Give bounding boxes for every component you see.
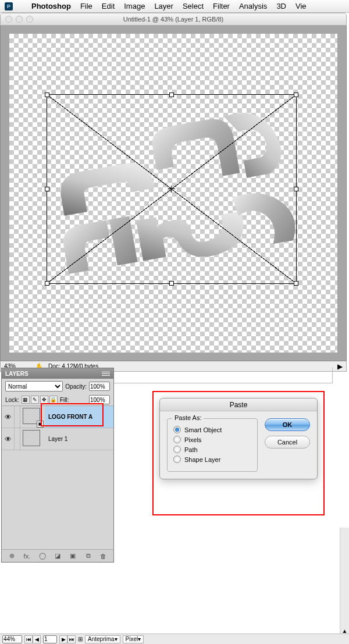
- page-nav: ⏮ ◀: [24, 635, 41, 643]
- canvas[interactable]: [9, 34, 337, 353]
- lock-transparency-icon[interactable]: ▦: [22, 396, 30, 404]
- paste-dialog: Paste Paste As: Smart Object Pixels Path: [159, 398, 318, 479]
- link-cell[interactable]: [15, 406, 20, 428]
- transform-handle[interactable]: [169, 92, 174, 97]
- lock-all-icon[interactable]: 🔒: [49, 396, 58, 404]
- transform-handle[interactable]: [45, 281, 49, 286]
- transform-handle[interactable]: [169, 281, 174, 286]
- lock-label: Lock:: [5, 397, 19, 403]
- visibility-eye-icon[interactable]: 👁: [2, 428, 15, 450]
- ps-app-icon: P: [5, 2, 13, 10]
- ok-button[interactable]: OK: [265, 418, 310, 431]
- adjustment-layer-icon[interactable]: ◪: [52, 552, 63, 560]
- radio-icon[interactable]: [173, 426, 181, 433]
- radio-icon[interactable]: [173, 436, 181, 443]
- transform-handle[interactable]: [45, 187, 49, 191]
- trash-icon[interactable]: 🗑: [98, 553, 109, 560]
- layer-thumbnail[interactable]: [23, 430, 40, 446]
- panel-menu-icon[interactable]: [102, 372, 110, 376]
- menu-layer[interactable]: Layer: [154, 2, 173, 10]
- vertical-scrollbar[interactable]: ▲ ▼: [340, 528, 349, 644]
- menu-edit[interactable]: Edit: [102, 2, 115, 10]
- bottom-statusbar: ⏮ ◀ ▶ ⏭ ⊞ Anteprima ▾ Pixel ▾: [0, 634, 349, 644]
- panel-footer: ⊕ fx. ◯ ◪ ▣ ⧉ 🗑: [2, 549, 113, 562]
- radio-path[interactable]: Path: [173, 446, 251, 453]
- menu-filter[interactable]: Filter: [213, 2, 230, 10]
- layer-row[interactable]: 👁 Layer 1: [2, 428, 113, 450]
- secondary-window-edge: [112, 367, 333, 383]
- menu-select[interactable]: Select: [183, 2, 204, 10]
- paste-as-fieldset: Paste As: Smart Object Pixels Path Shape…: [167, 418, 258, 472]
- layer-list: 👁 ▣ LOGO FRONT A 👁 Layer 1: [2, 406, 113, 549]
- opacity-input[interactable]: [89, 382, 110, 391]
- fill-label: Fill:: [60, 397, 69, 403]
- transform-handle[interactable]: [45, 92, 49, 97]
- radio-smart-object[interactable]: Smart Object: [173, 426, 251, 433]
- zoom-icon[interactable]: [26, 16, 33, 23]
- annotation-red-box: Paste Paste As: Smart Object Pixels Path: [152, 391, 325, 515]
- menu-3d[interactable]: 3D: [276, 2, 286, 10]
- mac-menubar: P Photoshop File Edit Image Layer Select…: [0, 0, 349, 13]
- dialog-title: Paste: [160, 399, 317, 411]
- unit-dropdown[interactable]: Pixel ▾: [123, 635, 144, 643]
- app-name[interactable]: Photoshop: [31, 2, 71, 10]
- titlebar: Untitled-1 @ 43% (Layer 1, RGB/8): [0, 13, 347, 26]
- free-transform-box[interactable]: [47, 94, 297, 284]
- minimize-icon[interactable]: [16, 16, 23, 23]
- new-group-icon[interactable]: ▣: [67, 552, 78, 560]
- radio-shape-layer[interactable]: Shape Layer: [173, 456, 251, 463]
- close-icon[interactable]: [5, 16, 12, 23]
- cancel-button[interactable]: Cancel: [265, 436, 310, 449]
- statusbar-arrow-icon[interactable]: ▶: [337, 362, 343, 371]
- document-title: Untitled-1 @ 43% (Layer 1, RGB/8): [123, 16, 224, 23]
- fieldset-legend: Paste As:: [172, 414, 204, 421]
- scrollbar-area: ▲ ▼: [340, 528, 349, 644]
- link-layers-icon[interactable]: ⊕: [6, 552, 17, 560]
- radio-icon[interactable]: [173, 446, 181, 453]
- transform-center-icon[interactable]: [168, 186, 175, 193]
- next-page-icon[interactable]: ▶: [59, 635, 67, 643]
- layers-panel: LAYERS Normal Opacity: Lock: ▦ ✎ ✥ 🔒 Fil…: [1, 368, 114, 563]
- menu-analysis[interactable]: Analysis: [239, 2, 267, 10]
- panel-title: LAYERS: [5, 371, 29, 377]
- prev-page-icon[interactable]: ◀: [33, 635, 41, 643]
- last-page-icon[interactable]: ⏭: [67, 635, 76, 643]
- layer-fx-icon[interactable]: fx.: [22, 553, 32, 560]
- menu-image[interactable]: Image: [124, 2, 145, 10]
- layer-name[interactable]: LOGO FRONT A: [45, 406, 113, 428]
- chevron-down-icon: ▾: [138, 636, 141, 642]
- preview-dropdown[interactable]: Anteprima ▾: [85, 635, 120, 643]
- page-input[interactable]: [43, 635, 57, 643]
- lock-pixels-icon[interactable]: ✎: [31, 396, 39, 404]
- link-cell[interactable]: [15, 428, 20, 450]
- chevron-down-icon: ▾: [115, 636, 117, 642]
- zoom-input[interactable]: [2, 635, 22, 643]
- document-window: Untitled-1 @ 43% (Layer 1, RGB/8): [0, 13, 347, 372]
- smart-object-badge-icon: ▣: [37, 421, 44, 428]
- canvas-area[interactable]: [0, 26, 347, 361]
- layer-name[interactable]: Layer 1: [45, 428, 113, 450]
- panel-header: LAYERS: [2, 368, 113, 379]
- radio-icon[interactable]: [173, 456, 181, 463]
- blend-mode-select[interactable]: Normal: [5, 381, 63, 392]
- menu-view-truncated[interactable]: Vie: [295, 2, 307, 10]
- menu-file[interactable]: File: [80, 2, 92, 10]
- new-layer-icon[interactable]: ⧉: [83, 552, 94, 560]
- visibility-eye-icon[interactable]: 👁: [2, 406, 15, 428]
- fill-input[interactable]: [89, 395, 110, 404]
- transform-handle[interactable]: [294, 92, 298, 97]
- layer-row[interactable]: 👁 ▣ LOGO FRONT A: [2, 406, 113, 428]
- transform-handle[interactable]: [294, 187, 298, 191]
- artboard-icon[interactable]: ⊞: [78, 636, 83, 642]
- first-page-icon[interactable]: ⏮: [24, 635, 33, 643]
- traffic-lights[interactable]: [5, 16, 33, 23]
- lock-position-icon[interactable]: ✥: [40, 396, 48, 404]
- opacity-label: Opacity:: [65, 383, 87, 390]
- radio-pixels[interactable]: Pixels: [173, 436, 251, 443]
- layer-mask-icon[interactable]: ◯: [37, 552, 48, 560]
- transform-handle[interactable]: [294, 281, 298, 286]
